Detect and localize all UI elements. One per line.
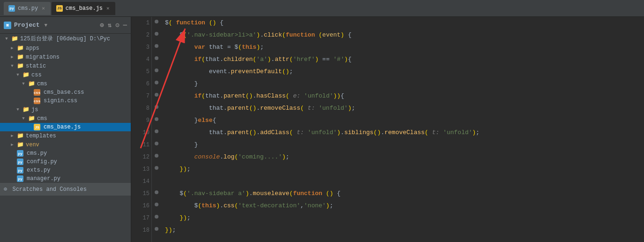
- venv-arrow: ▶: [9, 142, 15, 147]
- project-icon: ▣: [4, 22, 11, 29]
- tree-root[interactable]: ▼ 📁 125后台登录 [06debug] D:\Pyc: [0, 34, 131, 44]
- gutter-dot-2: [155, 32, 158, 36]
- signin-css-label: signin.css: [44, 98, 77, 104]
- tab-bar: py cms.py ✕ JS cms_base.js ✕: [0, 0, 644, 17]
- cms-py-icon: py: [17, 150, 23, 157]
- js-arrow: ▼: [15, 107, 21, 112]
- tree-item-apps[interactable]: ▶ 📁 apps: [0, 44, 131, 53]
- cms-css-folder-icon: 📁: [28, 80, 35, 87]
- exts-py-icon: py: [17, 167, 23, 174]
- cms-base-js-icon: JS: [34, 124, 40, 130]
- tree-item-css[interactable]: ▼ 📁 css: [0, 70, 131, 79]
- apps-arrow: ▶: [9, 45, 15, 51]
- tree-item-venv[interactable]: ▶ 📁 venv: [0, 140, 131, 149]
- gutter-dot-15: [155, 190, 158, 194]
- tab-close-cms-base-js[interactable]: ✕: [105, 5, 111, 11]
- gutter-dot-17: [155, 215, 158, 219]
- tree-item-cms-js-folder[interactable]: ▼ 📁 cms: [0, 114, 131, 123]
- dropdown-arrow-icon[interactable]: ▼: [45, 23, 48, 28]
- tab-label-cms-base-js: cms_base.js: [66, 5, 103, 12]
- tab-label-cms-py: cms.py: [18, 5, 38, 12]
- gutter-dot-13: [155, 166, 158, 170]
- gutter-dot-5: [155, 68, 158, 72]
- tab-cms-base-js[interactable]: JS cms_base.js ✕: [52, 2, 115, 15]
- gutter-dot-6: [155, 81, 158, 84]
- tree-item-config-py[interactable]: py config.py: [0, 158, 131, 166]
- cms-css-folder-label: cms: [37, 81, 47, 87]
- code-line-17: });: [165, 212, 640, 224]
- tab-cms-py[interactable]: py cms.py ✕: [4, 2, 51, 15]
- tree-item-cms-py[interactable]: py cms.py: [0, 149, 131, 158]
- tree-item-cms-base-css[interactable]: css cms_base.css: [0, 88, 131, 97]
- tree-item-cms-base-js[interactable]: JS cms_base.js: [0, 123, 131, 131]
- tree-item-templates[interactable]: ▶ 📁 templates: [0, 131, 131, 140]
- root-folder-icon: 📁: [11, 35, 18, 42]
- settings-icon[interactable]: ⚙: [115, 21, 119, 29]
- code-line-10: that.parent().addClass( t: 'unfold').sib…: [165, 127, 640, 139]
- code-line-6: }: [165, 78, 640, 90]
- code-line-4: if(that.children('a').attr('href') == '#…: [165, 53, 640, 66]
- cms-base-css-label: cms_base.css: [44, 89, 84, 96]
- root-label: 125后台登录 [06debug] D:\Pyc: [20, 35, 110, 43]
- css-label: css: [31, 72, 42, 78]
- expand-icon[interactable]: ⇅: [108, 21, 112, 29]
- tab-close-cms-py[interactable]: ✕: [41, 5, 46, 11]
- config-py-label: config.py: [27, 159, 57, 165]
- minimize-icon[interactable]: —: [123, 21, 127, 29]
- gutter-dot-10: [155, 129, 158, 133]
- tree-item-static[interactable]: ▼ 📁 static: [0, 61, 131, 70]
- tab-icon-py: py: [8, 5, 15, 12]
- sidebar-header: ▣ Project ▼ ⊕ ⇅ ⚙ —: [0, 17, 131, 34]
- tree-item-migrations[interactable]: ▶ 📁 migrations: [0, 53, 131, 61]
- sidebar: ▣ Project ▼ ⊕ ⇅ ⚙ — ▼ 📁 125后台登录 [06debug…: [0, 17, 131, 242]
- cms-js-folder-label: cms: [37, 115, 47, 122]
- gutter-dot-7: [155, 93, 158, 97]
- gutter-dot-3: [155, 44, 158, 48]
- cms-py-arrow: [9, 151, 15, 156]
- gutter-dot-4: [155, 56, 158, 60]
- scratches-item[interactable]: ⊙ Scratches and Consoles: [0, 183, 131, 196]
- cms-css-arrow: ▼: [21, 82, 26, 86]
- cms-base-css-arrow: [26, 90, 32, 95]
- manager-py-label: manager.py: [27, 175, 60, 182]
- code-area: 1 2 3 4 5 6 7 8 9 10 11 12 13 14 15 16 1: [131, 17, 644, 242]
- code-line-13: });: [165, 163, 640, 175]
- main-area: ▣ Project ▼ ⊕ ⇅ ⚙ — ▼ 📁 125后台登录 [06debug…: [0, 17, 644, 242]
- tab-icon-js: JS: [56, 5, 63, 12]
- tree-item-manager-py[interactable]: py manager.py: [0, 174, 131, 183]
- static-folder-icon: 📁: [17, 62, 24, 69]
- manager-py-arrow: [9, 176, 15, 181]
- venv-label: venv: [26, 142, 39, 148]
- exts-py-label: exts.py: [27, 167, 50, 174]
- code-line-3: var that = $(this);: [165, 41, 640, 53]
- scratches-icon: ⊙: [4, 186, 7, 193]
- cms-base-css-icon: css: [34, 89, 40, 96]
- gutter-dot-16: [155, 203, 158, 206]
- signin-css-icon: css: [34, 98, 40, 104]
- migrations-arrow: ▶: [9, 54, 15, 60]
- js-folder-icon: 📁: [22, 106, 30, 113]
- code-line-14: [165, 175, 640, 188]
- templates-folder-icon: 📁: [17, 132, 24, 139]
- cms-js-folder-icon: 📁: [28, 115, 35, 122]
- gutter-dot-11: [155, 142, 158, 145]
- root-arrow: ▼: [4, 37, 9, 41]
- css-folder-icon: 📁: [22, 71, 30, 78]
- code-content[interactable]: $( function () { $('.nav-sidebar>li>a').…: [161, 17, 644, 242]
- tree-item-cms-css-folder[interactable]: ▼ 📁 cms: [0, 79, 131, 88]
- code-line-16: $(this).css('text-decoration','none');: [165, 200, 640, 212]
- config-py-arrow: [9, 159, 15, 164]
- templates-arrow: ▶: [9, 133, 15, 138]
- editor[interactable]: 1 2 3 4 5 6 7 8 9 10 11 12 13 14 15 16 1: [131, 17, 644, 242]
- cms-base-js-label: cms_base.js: [44, 124, 81, 130]
- code-line-8: that.parent().removeClass( t: 'unfold');: [165, 102, 640, 114]
- css-arrow: ▼: [15, 73, 21, 77]
- tree-item-signin-css[interactable]: css signin.css: [0, 97, 131, 105]
- network-icon[interactable]: ⊕: [100, 21, 104, 29]
- static-arrow: ▼: [9, 64, 15, 68]
- tree-item-js[interactable]: ▼ 📁 js: [0, 105, 131, 114]
- gutter-dot-12: [155, 154, 158, 158]
- cms-base-js-arrow: [26, 125, 32, 129]
- tree-item-exts-py[interactable]: py exts.py: [0, 166, 131, 174]
- sidebar-project-label: Project: [14, 22, 40, 29]
